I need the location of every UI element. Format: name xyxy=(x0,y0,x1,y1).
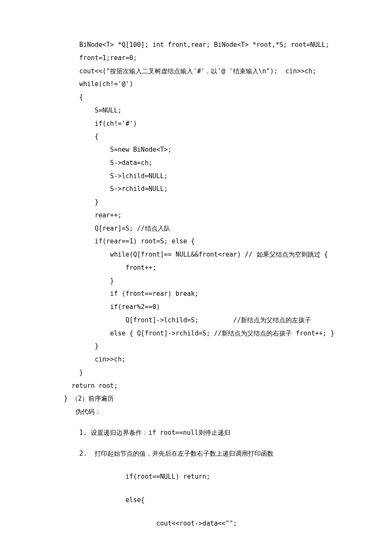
code-line: } （2）前序遍历 xyxy=(0,392,392,405)
snippet-line: cout<<root->data<<""; xyxy=(0,517,392,530)
code-line: cin>>ch; xyxy=(0,353,392,366)
code-line: else { Q[front]->rchild=S; //新结点为父结点的右孩子… xyxy=(0,327,392,340)
code-line: } xyxy=(0,196,392,209)
code-line: rear++; xyxy=(0,209,392,222)
code-line: cout<<("按层次输入二叉树虚结点输入'#'，以'@ '结束输入\n"); … xyxy=(0,65,392,78)
code-line: return root; xyxy=(0,379,392,393)
snippet-line: if(root==NULL) return; xyxy=(0,470,392,483)
code-line: S->data=ch; xyxy=(0,156,392,170)
code-line: if(ch!='#') xyxy=(0,117,392,130)
code-line: { xyxy=(0,91,392,104)
snippet-line: else{ xyxy=(0,494,392,507)
code-line: if (front==rear) break; xyxy=(0,287,392,301)
step-line: 1. 设置递归边界条件：if root==null则停止递归 xyxy=(0,426,392,439)
code-line: 伪代码： xyxy=(0,405,392,419)
code-line: while(ch!='@') xyxy=(0,78,392,91)
code-line: } xyxy=(0,366,392,379)
code-line: front++; xyxy=(0,261,392,275)
code-line: } xyxy=(0,275,392,288)
code-line: { xyxy=(0,130,392,143)
code-line: BiNode<T> *Q[100]; int front,rear; BiNod… xyxy=(0,38,392,52)
code-line: } xyxy=(0,340,392,353)
code-line: S->lchild=NULL; xyxy=(0,170,392,183)
step-line: 2. 打印起始节点的值，并先后在左子数右子数上递归调用打印函数 xyxy=(0,447,392,460)
code-line: if(rear%2==0) xyxy=(0,301,392,314)
code-line: if(rear==1) root=S; else { xyxy=(0,235,392,248)
code-line: Q[front]->lchild=S; //新结点为父结点的左孩子 xyxy=(0,314,392,327)
code-line: while(Q[front]== NULL&&front<rear) // 如果… xyxy=(0,248,392,261)
code-line: Q[rear]=S; //结点入队 xyxy=(0,222,392,235)
code-line: front=1;rear=0; xyxy=(0,52,392,65)
code-line: S->rchild=NULL; xyxy=(0,182,392,196)
code-line: S=NULL; xyxy=(0,104,392,117)
code-line: S=new BiNode<T>; xyxy=(0,143,392,156)
document-page: BiNode<T> *Q[100]; int front,rear; BiNod… xyxy=(0,0,392,555)
